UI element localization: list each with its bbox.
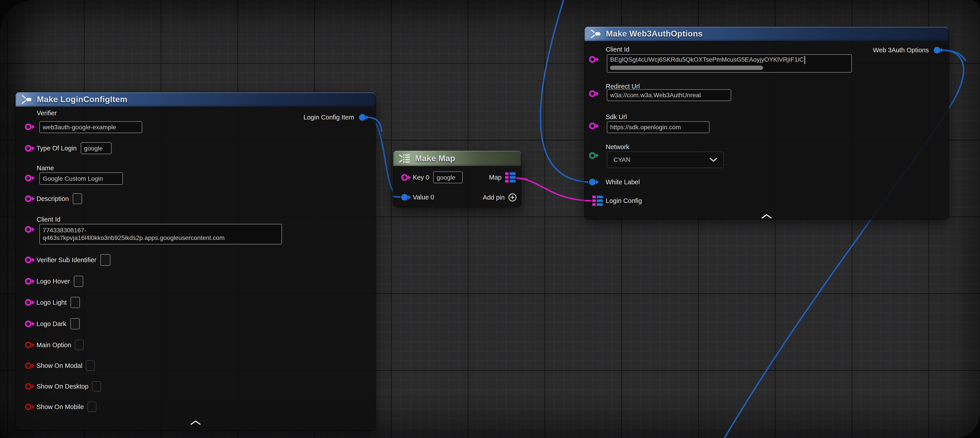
input-pin-logo-dark[interactable] bbox=[25, 320, 32, 327]
node-make-map[interactable]: Make Map Key 0 google Map Value 0 Add pi… bbox=[393, 151, 521, 207]
input-pin-show-on-desktop[interactable] bbox=[25, 383, 32, 390]
input-pin-login-config[interactable] bbox=[592, 196, 603, 206]
pin-row-description: Description bbox=[25, 193, 82, 204]
node-title: Make LoginConfigItem bbox=[37, 95, 127, 104]
input-pin-verifier-sub-identifier[interactable] bbox=[25, 256, 32, 263]
pin-row-web3auth-options-output: Web 3Auth Options bbox=[873, 46, 940, 54]
pin-label-redirect-url: Redirect Url bbox=[606, 83, 640, 90]
input-pin-verifier[interactable] bbox=[25, 124, 32, 130]
pin-row-show-on-desktop: Show On Desktop bbox=[25, 381, 101, 392]
chevron-up-icon bbox=[761, 214, 772, 218]
verifier-input[interactable]: web3auth-google-example bbox=[40, 121, 142, 133]
pin-row-logo-dark: Logo Dark bbox=[25, 318, 80, 330]
show-on-mobile-checkbox[interactable] bbox=[88, 402, 96, 412]
output-pin-map[interactable] bbox=[505, 172, 515, 183]
pin-label-name: Name bbox=[37, 164, 54, 172]
node-title: Make Web3AuthOptions bbox=[606, 29, 703, 38]
logo-light-input[interactable] bbox=[70, 297, 80, 308]
sdk-url-input[interactable]: https://sdk.openlogin.com bbox=[607, 121, 710, 133]
key0-input[interactable]: google bbox=[433, 172, 463, 183]
input-pin-white-label[interactable] bbox=[589, 179, 596, 185]
node-header[interactable]: Make Map bbox=[393, 151, 521, 166]
text-cursor bbox=[804, 56, 805, 64]
output-pin-login-config-item[interactable] bbox=[359, 114, 366, 121]
node-header[interactable]: Make Web3AuthOptions bbox=[585, 27, 949, 41]
wire-offscreen-to-whitelabel[interactable] bbox=[541, 0, 588, 182]
add-pin-plus-icon[interactable] bbox=[508, 193, 517, 202]
input-pin-client-id[interactable] bbox=[25, 226, 32, 233]
input-pin-main-option[interactable] bbox=[25, 342, 32, 348]
node-make-web3authoptions[interactable]: Make Web3AuthOptions Web 3Auth Options C… bbox=[585, 27, 949, 219]
pin-label-sdk-url: Sdk Url bbox=[606, 113, 627, 121]
pin-row-show-on-modal: Show On Modal bbox=[25, 360, 95, 371]
logo-dark-input[interactable] bbox=[70, 318, 80, 330]
pin-label-white-label: White Label bbox=[606, 178, 640, 186]
pin-label-client-id: Client Id bbox=[606, 46, 629, 53]
chevron-down-icon bbox=[710, 158, 717, 162]
field-horizontal-scrollbar[interactable] bbox=[610, 66, 763, 70]
node-title: Make Map bbox=[415, 154, 455, 163]
input-pin-sdk-url[interactable] bbox=[589, 123, 596, 129]
pin-label-login-config: Login Config bbox=[606, 197, 642, 204]
client-id-input[interactable]: BEglQSgt4cUWcj6SKRdu5QkOXTsePmMcusG5EAoy… bbox=[607, 54, 852, 73]
name-input[interactable]: Google Custom Login bbox=[40, 172, 123, 185]
input-pin-type-of-login[interactable] bbox=[25, 145, 32, 151]
make-struct-icon bbox=[21, 94, 32, 105]
input-pin-show-on-mobile[interactable] bbox=[25, 403, 32, 410]
output-pin-web3auth-options[interactable] bbox=[934, 47, 940, 53]
show-on-modal-checkbox[interactable] bbox=[86, 360, 95, 371]
client-id-input[interactable]: 774338308167- q463s7kpvja16l4l0kko3nb925… bbox=[40, 224, 282, 244]
pin-label-verifier: Verifier bbox=[37, 110, 57, 117]
collapse-node-button[interactable] bbox=[761, 214, 772, 218]
input-pin-logo-light[interactable] bbox=[25, 299, 32, 306]
description-input[interactable] bbox=[73, 193, 82, 204]
pin-row-key0: Key 0 google bbox=[401, 172, 463, 183]
add-pin-button[interactable]: Add pin bbox=[483, 193, 517, 202]
chevron-up-icon bbox=[190, 420, 201, 425]
pin-row-map-output: Map bbox=[489, 172, 515, 183]
pin-label-client-id: Client Id bbox=[37, 216, 60, 223]
input-pin-description[interactable] bbox=[25, 196, 32, 202]
collapse-node-button[interactable] bbox=[190, 420, 201, 425]
pin-row-logo-light: Logo Light bbox=[25, 297, 80, 308]
main-option-checkbox[interactable] bbox=[75, 340, 84, 350]
input-pin-value0[interactable] bbox=[401, 194, 408, 201]
node-header[interactable]: Make LoginConfigItem bbox=[16, 92, 375, 107]
input-pin-name[interactable] bbox=[25, 175, 32, 182]
input-pin-network[interactable] bbox=[589, 152, 596, 159]
pin-row-logo-hover: Logo Hover bbox=[25, 276, 83, 287]
input-pin-client-id[interactable] bbox=[589, 56, 596, 63]
pin-row-verifier-sub-identifier: Verifier Sub Identifier bbox=[25, 254, 110, 266]
redirect-url-input[interactable]: w3a://com.w3a.Web3AuthUnreal bbox=[607, 89, 731, 101]
make-container-icon bbox=[399, 153, 410, 164]
pin-row-main-option: Main Option bbox=[25, 340, 84, 350]
pin-label-network: Network bbox=[606, 143, 629, 151]
make-struct-icon bbox=[590, 28, 601, 40]
input-pin-show-on-modal[interactable] bbox=[25, 362, 32, 369]
input-pin-key0[interactable] bbox=[401, 174, 408, 181]
blueprint-graph-canvas[interactable]: Make LoginConfigItem Login Config Item V… bbox=[0, 0, 980, 438]
type-of-login-input[interactable]: google bbox=[81, 142, 111, 154]
network-dropdown[interactable]: CYAN bbox=[607, 151, 724, 168]
verifier-sub-identifier-input[interactable] bbox=[100, 254, 110, 266]
input-pin-logo-hover[interactable] bbox=[25, 278, 32, 285]
node-make-loginconfigitem[interactable]: Make LoginConfigItem Login Config Item V… bbox=[16, 92, 375, 430]
input-pin-redirect-url[interactable] bbox=[589, 90, 596, 97]
pin-label: Login Config Item bbox=[304, 114, 354, 121]
show-on-desktop-checkbox[interactable] bbox=[92, 381, 101, 392]
pin-row-type-of-login: Type Of Login google bbox=[25, 142, 111, 154]
pin-row-show-on-mobile: Show On Mobile bbox=[25, 402, 96, 412]
pin-row-login-config-item-output: Login Config Item bbox=[304, 114, 366, 121]
pin-row-value0: Value 0 bbox=[401, 194, 434, 201]
logo-hover-input[interactable] bbox=[74, 276, 83, 287]
